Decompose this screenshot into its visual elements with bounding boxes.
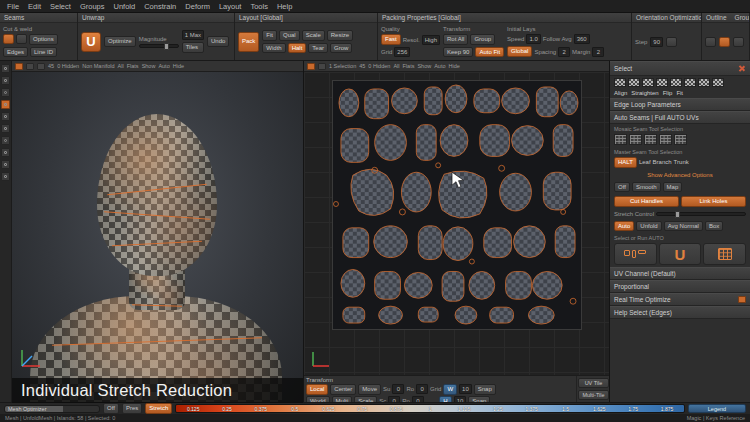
show-toggle[interactable]: Show <box>142 63 156 69</box>
uv-flats-toggle[interactable]: Flats <box>403 63 415 69</box>
flip-button[interactable]: Flip <box>663 90 673 96</box>
hidden-count-label[interactable]: 0 Hidden <box>57 63 79 69</box>
grid-w-field[interactable]: 10 <box>459 384 472 394</box>
pack-button[interactable]: Pack <box>238 32 259 52</box>
tiles-button[interactable]: Tiles <box>182 42 204 53</box>
auto-seams-islands-button[interactable] <box>614 243 657 265</box>
grid-size-field[interactable]: 256 <box>394 47 410 57</box>
checker-pattern-1-icon[interactable] <box>614 78 626 87</box>
follow-avg-field[interactable]: 360 <box>574 34 590 44</box>
tool-camera-icon[interactable] <box>1 172 10 181</box>
select-section-header[interactable]: Select <box>610 61 750 76</box>
menu-tools[interactable]: Tools <box>246 2 272 11</box>
cut-handles-button[interactable]: Cut Handles <box>614 196 679 207</box>
texture-mode-icon[interactable] <box>37 63 45 70</box>
global-button[interactable]: Global <box>507 46 532 57</box>
mosaic-preset-5-icon[interactable] <box>674 134 687 145</box>
checker-pattern-3-icon[interactable] <box>642 78 654 87</box>
multi-tile-tab[interactable]: Multi-Tile <box>578 390 609 400</box>
grid-w-button[interactable]: W <box>443 384 457 395</box>
unfold-u-button[interactable]: U <box>81 32 101 52</box>
smooth-button[interactable]: Smooth <box>632 182 661 193</box>
leaf-option[interactable]: Leaf <box>639 159 651 165</box>
mosaic-preset-2-icon[interactable] <box>629 134 642 145</box>
realtime-optimize-section-header[interactable]: Real Time Optimize <box>610 293 750 306</box>
fit-button-panel[interactable]: Fit <box>676 90 683 96</box>
auto-button[interactable]: Auto <box>614 221 634 232</box>
link-holes-button[interactable]: Link Holes <box>681 196 746 207</box>
checker-pattern-2-icon[interactable] <box>628 78 640 87</box>
halt-button[interactable]: Halt <box>288 43 307 54</box>
uv-channel-section-header[interactable]: UV Channel (Default) <box>610 267 750 280</box>
model-canvas[interactable] <box>12 72 304 402</box>
halt-button-panel[interactable]: HALT <box>614 157 637 168</box>
uv-selection-count[interactable]: 1 Selection <box>329 63 356 69</box>
resolution-field[interactable]: High <box>422 35 440 45</box>
align-button[interactable]: Align <box>614 90 627 96</box>
tool-vertex-icon[interactable] <box>1 136 10 145</box>
branch-option[interactable]: Branch <box>653 159 672 165</box>
auto-pack-button[interactable] <box>703 243 746 265</box>
scale-button[interactable]: Scale <box>302 30 325 41</box>
cut-edges-icon[interactable] <box>3 34 14 44</box>
line-id-button[interactable]: Line ID <box>30 47 57 58</box>
uv-hide-toggle[interactable]: Hide <box>449 63 460 69</box>
straighten-button[interactable]: Straighten <box>631 90 658 96</box>
shaded-mode-icon[interactable] <box>15 63 23 70</box>
snap-w-button[interactable]: Snap <box>474 384 496 395</box>
menu-groups[interactable]: Groups <box>76 2 109 11</box>
tool-edge-icon[interactable] <box>1 124 10 133</box>
mosaic-preset-3-icon[interactable] <box>644 134 657 145</box>
magnitude-slider[interactable] <box>139 44 179 48</box>
tool-magnet-icon[interactable] <box>1 112 10 121</box>
uv-hidden-count-label[interactable]: 0 Hidden <box>368 63 390 69</box>
menu-unfold[interactable]: Unfold <box>110 2 140 11</box>
viewport-uv[interactable]: 1 Selection 45 0 Hidden All Flats Show A… <box>304 61 610 402</box>
speed-field[interactable]: 1.0 <box>526 34 540 44</box>
hide-toggle[interactable]: Hide <box>173 63 184 69</box>
preserve-toggle[interactable]: Pres <box>122 403 142 414</box>
seams-options-button[interactable]: Options <box>29 34 58 45</box>
wireframe-mode-icon[interactable] <box>26 63 34 70</box>
proportional-section-header[interactable]: Proportional <box>610 280 750 293</box>
trunk-option[interactable]: Trunk <box>674 159 689 165</box>
uv-auto-toggle[interactable]: Auto <box>434 63 445 69</box>
tool-island-icon[interactable] <box>1 160 10 169</box>
map-button[interactable]: Map <box>663 182 683 193</box>
checker-pattern-8-icon[interactable] <box>712 78 724 87</box>
tool-brush-icon[interactable] <box>1 100 10 109</box>
ungroup-icon[interactable] <box>733 37 744 47</box>
orientation-icon[interactable] <box>666 37 677 47</box>
stretch-control-slider[interactable] <box>656 212 746 216</box>
center-pivot-button[interactable]: Center <box>330 384 356 395</box>
uv-canvas[interactable] <box>304 72 610 375</box>
undo-button[interactable]: Undo <box>207 36 229 47</box>
checker-pattern-5-icon[interactable] <box>670 78 682 87</box>
angle-snap-value[interactable]: 45 <box>48 63 54 69</box>
mosaic-preset-4-icon[interactable] <box>659 134 672 145</box>
all-toggle[interactable]: All <box>118 63 124 69</box>
flats-toggle[interactable]: Flats <box>127 63 139 69</box>
mesh-optimizer-widget[interactable]: Mesh Optimizer <box>4 405 100 413</box>
uv-all-toggle[interactable]: All <box>393 63 399 69</box>
group-button[interactable]: Group <box>470 34 495 45</box>
uv-show-toggle[interactable]: Show <box>417 63 431 69</box>
checker-pattern-7-icon[interactable] <box>698 78 710 87</box>
auto-seams-section-header[interactable]: Auto Seams | Full AUTO UVs <box>610 111 750 124</box>
step-field[interactable]: 90 <box>650 37 663 47</box>
box-button[interactable]: Box <box>705 221 723 232</box>
edges-mode-button[interactable]: Edges <box>3 47 28 58</box>
legend-pill[interactable]: Legend <box>688 404 746 413</box>
checker-pattern-4-icon[interactable] <box>656 78 668 87</box>
menu-constrain[interactable]: Constrain <box>140 2 180 11</box>
move-mode-button[interactable]: Move <box>358 384 381 395</box>
unfold-option-button[interactable]: Unfold <box>636 221 661 232</box>
ro-field-1[interactable]: 0 <box>416 384 428 394</box>
tool-polygon-icon[interactable] <box>1 148 10 157</box>
menu-layout[interactable]: Layout <box>215 2 246 11</box>
edge-loop-section-header[interactable]: Edge Loop Parameters <box>610 98 750 111</box>
rot-all-button[interactable]: Rot All <box>443 34 468 45</box>
grow-button[interactable]: Grow <box>330 43 352 54</box>
stretch-off-button[interactable]: Off <box>103 403 119 414</box>
mosaic-preset-1-icon[interactable] <box>614 134 627 145</box>
